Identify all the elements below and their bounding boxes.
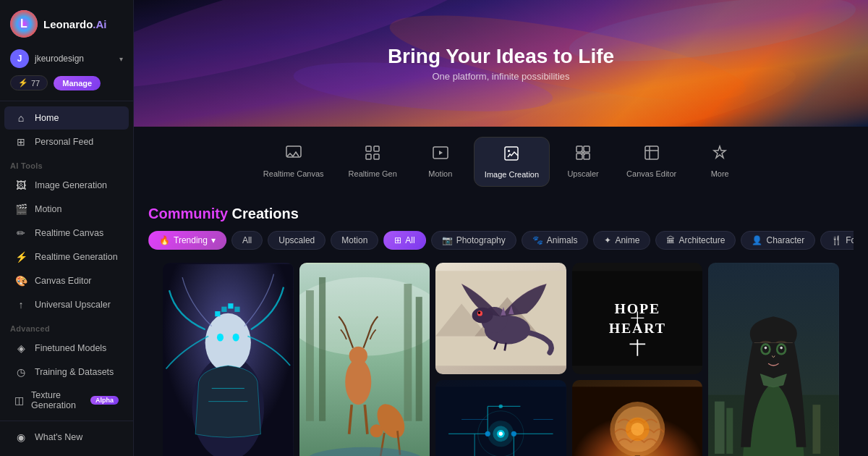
tab-label: Realtime Gen: [349, 169, 397, 178]
sidebar-item-home[interactable]: ⌂ Home: [4, 106, 129, 130]
divider: [0, 101, 133, 101]
tab-upscaler[interactable]: Upscaler: [554, 137, 612, 187]
svg-point-43: [370, 424, 383, 437]
filter-upscaled[interactable]: Upscaled: [268, 231, 326, 250]
image-creation-icon: [503, 145, 520, 166]
sidebar-item-label: Finetuned Models: [35, 343, 106, 353]
image-card-deer[interactable]: [299, 263, 430, 456]
logo-area: L Leonardo.Ai: [0, 0, 133, 45]
fire-icon: 🔥: [159, 235, 170, 245]
grid-icon: ⊞: [394, 235, 401, 245]
sidebar-item-label: Realtime Generation: [35, 252, 118, 262]
avatar: J: [10, 49, 29, 68]
sidebar-item-label: Home: [35, 113, 59, 123]
filter-photography[interactable]: 📷 Photography: [431, 231, 516, 250]
svg-rect-28: [228, 303, 233, 308]
sidebar-item-realtime-canvas[interactable]: ✏ Realtime Canvas: [4, 221, 129, 245]
token-count: 77: [31, 79, 40, 88]
whats-new-icon: ◉: [14, 431, 27, 443]
tab-motion[interactable]: Motion: [412, 137, 469, 187]
tab-label: Motion: [428, 169, 452, 178]
filter-trending[interactable]: 🔥 Trending ▾: [148, 231, 226, 250]
image-card-tree[interactable]: [572, 380, 703, 456]
svg-text:L: L: [20, 17, 27, 30]
filter-food[interactable]: 🍴 Food: [820, 231, 854, 250]
image-card-circuit[interactable]: [435, 380, 566, 456]
filter-label: All: [405, 235, 414, 245]
image-card-anime-girl[interactable]: [708, 263, 839, 456]
filter-anime[interactable]: ✦ Anime: [593, 231, 650, 250]
filter-label: Food: [846, 235, 854, 245]
svg-point-24: [217, 334, 224, 342]
user-row[interactable]: J jkeurodesign ▾: [0, 45, 133, 75]
sidebar-item-whats-new[interactable]: ◉ What's New: [4, 426, 129, 449]
alpha-badge: Alpha: [90, 396, 119, 405]
svg-point-76: [765, 347, 767, 350]
image-card-hopes-heart[interactable]: HOPE HEART: [572, 263, 703, 374]
tab-label: Image Creation: [485, 170, 539, 179]
tab-label: Upscaler: [567, 169, 598, 178]
svg-point-56: [478, 311, 481, 314]
sidebar-item-label: Personal Feed: [35, 137, 93, 147]
image-card-cyber-woman[interactable]: [163, 263, 294, 456]
community-title: Community Creations: [148, 206, 854, 222]
sidebar-item-universal-upscaler[interactable]: ↑ Universal Upscaler: [4, 293, 129, 316]
sidebar-item-finetuned-models[interactable]: ◈ Finetuned Models: [4, 337, 129, 360]
manage-button[interactable]: Manage: [54, 76, 101, 90]
main-content: Bring Your Ideas to Life One platform, i…: [134, 0, 868, 456]
building-icon: 🏛: [666, 235, 675, 245]
svg-point-23: [205, 313, 251, 372]
username: jkeurodesign: [35, 54, 114, 64]
tab-realtime-gen[interactable]: Realtime Gen: [339, 137, 407, 187]
paw-icon: 🐾: [532, 235, 543, 245]
filter-all[interactable]: All: [231, 231, 263, 250]
image-card-dragon[interactable]: [435, 263, 566, 374]
filter-motion[interactable]: Motion: [331, 231, 378, 250]
image-icon: 🖼: [14, 180, 27, 191]
image-grid: HOPE HEART: [148, 263, 854, 456]
tab-image-creation[interactable]: Image Creation: [474, 137, 550, 187]
sidebar-item-label: Canvas Editor: [35, 276, 92, 286]
svg-rect-9: [366, 146, 371, 151]
community-highlight: Community: [148, 206, 228, 221]
filter-character[interactable]: 👤 Character: [741, 231, 815, 250]
tab-label: Canvas Editor: [626, 169, 676, 178]
community-section: Community Creations 🔥 Trending ▾ All Ups…: [134, 194, 868, 456]
models-icon: ◈: [14, 342, 27, 354]
sidebar-item-canvas-editor[interactable]: 🎨 Canvas Editor: [4, 269, 129, 292]
tab-canvas-editor[interactable]: Canvas Editor: [616, 137, 686, 187]
svg-rect-34: [306, 290, 314, 421]
upscaler-tab-icon: [574, 144, 592, 166]
token-icon: ⚡: [18, 78, 28, 88]
sidebar-item-image-generation[interactable]: 🖼 Image Generation: [4, 174, 129, 197]
sidebar-item-realtime-generation[interactable]: ⚡ Realtime Generation: [4, 245, 129, 269]
tool-tabs: Realtime Canvas Realtime Gen Motion: [134, 127, 868, 194]
filter-animals[interactable]: 🐾 Animals: [522, 231, 589, 250]
tab-realtime-canvas[interactable]: Realtime Canvas: [253, 137, 334, 187]
svg-rect-10: [374, 146, 379, 151]
svg-point-39: [349, 347, 367, 365]
svg-point-92: [499, 431, 503, 435]
sidebar-item-label: Texture Generation: [31, 390, 80, 410]
svg-rect-72: [813, 405, 821, 454]
sidebar-item-personal-feed[interactable]: ⊞ Personal Feed: [4, 130, 129, 153]
sidebar-item-motion[interactable]: 🎬 Motion: [4, 198, 129, 221]
sidebar-item-training-datasets[interactable]: ◷ Training & Datasets: [4, 360, 129, 384]
svg-point-94: [511, 431, 516, 436]
tab-label: Realtime Canvas: [263, 169, 324, 178]
sidebar-item-texture-generation[interactable]: ◫ Texture Generation Alpha: [4, 384, 129, 416]
dropdown-icon: ▾: [211, 235, 216, 245]
sidebar-item-premium-plans[interactable]: ★ Premium Plans: [4, 449, 129, 456]
filter-architecture[interactable]: 🏛 Architecture: [655, 231, 736, 250]
tab-more[interactable]: More: [691, 137, 749, 187]
food-icon: 🍴: [831, 235, 842, 245]
sidebar-item-label: Training & Datasets: [35, 367, 114, 377]
svg-rect-70: [715, 402, 725, 454]
hero-title: Bring Your Ideas to Life: [388, 45, 614, 68]
star-icon: ✦: [604, 235, 611, 245]
filter-all-active[interactable]: ⊞ All: [383, 231, 425, 250]
token-badge: ⚡ 77: [10, 75, 48, 90]
svg-rect-26: [215, 311, 220, 316]
svg-point-95: [499, 404, 503, 408]
person-icon: 👤: [752, 235, 762, 245]
